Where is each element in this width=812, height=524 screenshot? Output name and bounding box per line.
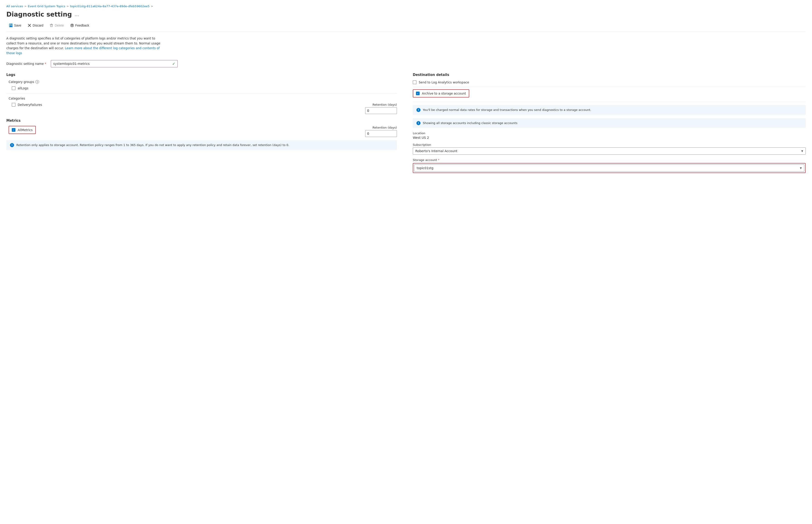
archive-info-icon-1: i [416, 108, 420, 112]
log-analytics-row: Send to Log Analytics workspace [413, 81, 806, 84]
breadcrumb-event-grid[interactable]: Event Grid System Topics [28, 4, 65, 8]
page-ellipsis-menu[interactable]: ... [74, 12, 79, 17]
left-column: Logs Category groups i allLogs Categorie… [6, 73, 401, 173]
breadcrumb-sep-1: > [24, 5, 27, 8]
save-label: Save [14, 23, 21, 27]
destination-title: Destination details [413, 73, 806, 77]
location-value: West US 2 [413, 136, 806, 140]
archive-highlight: Archive to a storage account [413, 89, 469, 98]
svg-rect-3 [11, 24, 11, 25]
location-label: Location [413, 131, 806, 135]
metrics-title: Metrics [6, 119, 397, 123]
save-button[interactable]: Save [6, 22, 24, 29]
delete-button[interactable]: Delete [47, 22, 66, 29]
archive-info-box-2: i Showing all storage accounts including… [413, 118, 806, 128]
discard-icon [28, 23, 31, 27]
diagnostic-name-label: Diagnostic setting name * [6, 62, 46, 66]
archive-info-text-2: Showing all storage accounts including c… [423, 121, 517, 126]
categories-header: Categories [9, 97, 397, 100]
allLogs-label: allLogs [18, 86, 28, 90]
breadcrumb-sep-2: > [67, 5, 69, 8]
dest-divider-1 [413, 87, 806, 87]
feedback-icon [70, 23, 74, 27]
svg-point-11 [72, 26, 72, 27]
main-grid: Logs Category groups i allLogs Categorie… [6, 73, 806, 173]
storage-account-highlight: topic01stg ▼ [413, 163, 806, 173]
breadcrumb: All services > Event Grid System Topics … [6, 4, 806, 8]
svg-rect-2 [10, 26, 12, 27]
input-valid-icon: ✓ [172, 62, 175, 66]
delivery-retention-input[interactable] [365, 107, 397, 114]
subscription-group: Subscription Roberto's Internal Account … [413, 143, 806, 154]
svg-rect-6 [51, 24, 52, 24]
metrics-info-icon: i [10, 143, 14, 147]
allLogs-checkbox[interactable] [12, 86, 15, 90]
diagnostic-name-row: Diagnostic setting name * systemtopic01-… [6, 60, 806, 67]
delivery-failures-row: DeliveryFailures Retention (days) [6, 103, 397, 114]
storage-account-group: Storage account * topic01stg ▼ [413, 158, 806, 173]
delete-icon [50, 23, 53, 27]
subscription-label: Subscription [413, 143, 806, 146]
storage-account-select[interactable]: topic01stg ▼ [414, 164, 804, 171]
page-title: Diagnostic setting [6, 11, 72, 18]
discard-label: Discard [33, 23, 43, 27]
category-groups-header: Category groups i [9, 80, 397, 84]
storage-account-chevron: ▼ [800, 167, 802, 169]
logs-divider [6, 93, 397, 94]
archive-highlight-wrapper: Archive to a storage account [413, 89, 806, 99]
page-header: Diagnostic setting ... [6, 11, 806, 18]
allMetrics-checkbox[interactable] [12, 128, 15, 132]
subscription-chevron: ▼ [801, 150, 803, 152]
metrics-info-box: i Retention only applies to storage acco… [6, 140, 397, 150]
archive-checkbox[interactable] [416, 92, 419, 95]
archive-info-text-1: You'll be charged normal data rates for … [423, 108, 591, 112]
delete-label: Delete [55, 23, 64, 27]
metrics-retention-input[interactable] [365, 130, 397, 137]
logs-title: Logs [6, 73, 397, 77]
feedback-label: Feedback [75, 23, 89, 27]
archive-info-box-1: i You'll be charged normal data rates fo… [413, 105, 806, 115]
metrics-retention-label: Retention (days) [372, 126, 397, 129]
metrics-info-text: Retention only applies to storage accoun… [16, 143, 289, 147]
allMetrics-label: AllMetrics [18, 128, 33, 132]
location-group: Location West US 2 [413, 131, 806, 140]
log-analytics-label: Send to Log Analytics workspace [419, 81, 469, 84]
category-groups-info-icon[interactable]: i [35, 80, 39, 84]
archive-info-icon-2: i [416, 121, 420, 125]
subscription-select[interactable]: Roberto's Internal Account ▼ [413, 147, 806, 154]
breadcrumb-all-services[interactable]: All services [6, 4, 23, 8]
save-icon [9, 23, 13, 27]
right-column: Destination details Send to Log Analytic… [411, 73, 806, 173]
log-analytics-checkbox[interactable] [413, 81, 416, 84]
description-text: A diagnostic setting specifies a list of… [6, 36, 165, 55]
storage-account-label: Storage account * [413, 158, 806, 162]
destination-section: Destination details Send to Log Analytic… [413, 73, 806, 173]
toolbar: Save Discard Delete [6, 22, 806, 32]
diagnostic-name-input[interactable]: systemtopic01-metrics ✓ [51, 60, 178, 67]
delivery-failures-label: DeliveryFailures [18, 103, 42, 107]
allMetrics-highlight: AllMetrics [9, 126, 36, 134]
delivery-failures-checkbox[interactable] [12, 103, 15, 107]
logs-section: Logs Category groups i allLogs Categorie… [6, 73, 397, 114]
archive-label: Archive to a storage account [422, 92, 466, 95]
allLogs-row: allLogs [12, 86, 397, 90]
feedback-button[interactable]: Feedback [68, 22, 92, 29]
breadcrumb-topic[interactable]: topic01stg-811a624a-8a77-437e-89de-dfeb5… [70, 4, 150, 8]
breadcrumb-sep-3: > [151, 5, 153, 8]
metrics-section: Metrics AllMetrics Retention (days) i Re… [6, 119, 397, 150]
discard-button[interactable]: Discard [25, 22, 46, 29]
delivery-retention-label: Retention (days) [372, 103, 397, 107]
